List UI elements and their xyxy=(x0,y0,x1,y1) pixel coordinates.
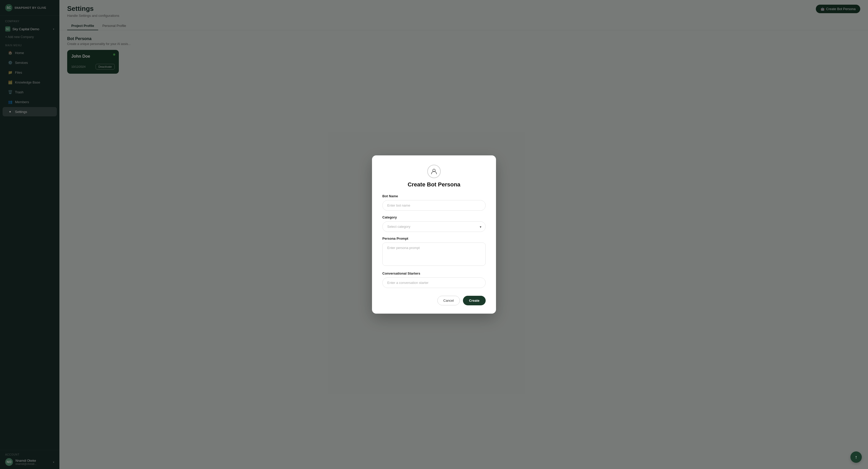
persona-prompt-label: Persona Prompt xyxy=(382,237,486,240)
modal-icon-area xyxy=(382,165,486,178)
bot-name-input[interactable] xyxy=(382,200,486,211)
bot-name-label: Bot Name xyxy=(382,194,486,198)
conv-starters-label: Conversational Starters xyxy=(382,271,486,275)
category-label: Category xyxy=(382,215,486,219)
persona-prompt-group: Persona Prompt xyxy=(382,237,486,267)
category-group: Category Select category Sales Support M… xyxy=(382,215,486,232)
conv-starters-group: Conversational Starters xyxy=(382,271,486,288)
bot-name-group: Bot Name xyxy=(382,194,486,211)
floating-btn-icon: ↑ xyxy=(855,455,858,460)
modal-actions: Cancel Create xyxy=(382,296,486,305)
bot-persona-modal-icon xyxy=(427,165,441,178)
create-bot-modal: Create Bot Persona Bot Name Category Sel… xyxy=(372,155,496,314)
cancel-button[interactable]: Cancel xyxy=(437,296,460,305)
modal-overlay[interactable]: Create Bot Persona Bot Name Category Sel… xyxy=(0,0,868,469)
category-select-wrapper: Select category Sales Support Marketing … xyxy=(382,221,486,232)
persona-prompt-textarea[interactable] xyxy=(382,242,486,266)
modal-title: Create Bot Persona xyxy=(382,181,486,188)
floating-action-button[interactable]: ↑ xyxy=(850,451,862,463)
create-button[interactable]: Create xyxy=(463,296,486,305)
category-select[interactable]: Select category Sales Support Marketing … xyxy=(382,221,486,232)
conv-starters-input[interactable] xyxy=(382,277,486,288)
